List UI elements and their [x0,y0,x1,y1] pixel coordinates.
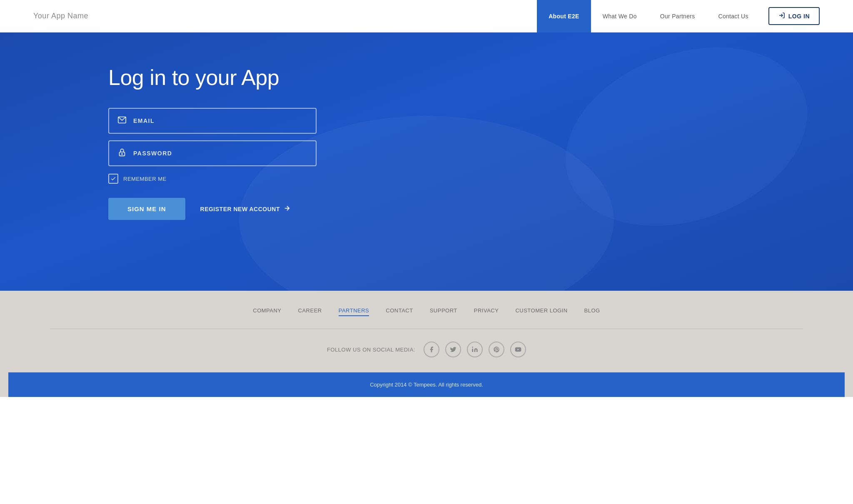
app-logo: Your App Name [33,12,88,20]
svg-point-6 [472,347,473,348]
password-field[interactable] [133,150,307,157]
footer-nav-company[interactable]: COMPANY [253,307,281,316]
password-input-group [108,140,317,166]
footer-nav-privacy[interactable]: PRIVACY [474,307,499,316]
login-icon [778,12,785,20]
nav-item-about[interactable]: About E2E [537,0,591,32]
youtube-icon[interactable] [510,342,526,357]
login-heading: Log in to your App [108,66,317,90]
remember-me-row: REMEMBER ME [108,174,317,184]
remember-me-label: REMEMBER ME [123,176,167,182]
facebook-icon[interactable] [424,342,439,357]
footer-nav: COMPANY CAREER PARTNERS CONTACT SUPPORT … [8,307,845,316]
sign-in-button[interactable]: SIGN ME IN [108,198,185,220]
pinterest-icon[interactable] [489,342,504,357]
login-form: Log in to your App [108,66,317,220]
header-login-button[interactable]: LOG IN [768,7,820,25]
linkedin-icon[interactable] [467,342,483,357]
footer-nav-support[interactable]: SUPPORT [430,307,457,316]
email-input-group [108,108,317,134]
nav-item-partners[interactable]: Our Partners [648,0,707,32]
social-label: FOLLOW US ON SOCIAL MEDIA: [327,347,415,353]
svg-rect-5 [472,349,473,352]
footer-nav-contact[interactable]: CONTACT [386,307,413,316]
footer-divider [50,329,803,329]
register-link[interactable]: REGISTER NEW ACCOUNT [200,205,291,213]
email-field[interactable] [133,117,307,124]
email-icon [117,115,127,127]
footer-nav-partners[interactable]: PARTNERS [339,307,369,316]
footer-nav-customer-login[interactable]: CUSTOMER LOGIN [515,307,567,316]
header: Your App Name About E2E What We Do Our P… [0,0,853,32]
remember-me-checkbox[interactable] [108,174,118,184]
svg-point-3 [122,153,122,154]
footer-nav-career[interactable]: CAREER [298,307,322,316]
lock-icon [117,148,127,159]
footer-copyright: Copyright 2014 © Tempees. All rights res… [8,372,845,397]
main-nav: About E2E What We Do Our Partners Contac… [537,0,820,32]
footer: COMPANY CAREER PARTNERS CONTACT SUPPORT … [0,291,853,397]
nav-item-what-we-do[interactable]: What We Do [591,0,648,32]
arrow-right-icon [283,205,291,213]
nav-item-contact[interactable]: Contact Us [707,0,760,32]
twitter-icon[interactable] [445,342,461,357]
form-actions: SIGN ME IN REGISTER NEW ACCOUNT [108,198,317,220]
main-section: Log in to your App [0,32,853,291]
footer-nav-blog[interactable]: BLOG [584,307,600,316]
social-row: FOLLOW US ON SOCIAL MEDIA: [8,342,845,357]
